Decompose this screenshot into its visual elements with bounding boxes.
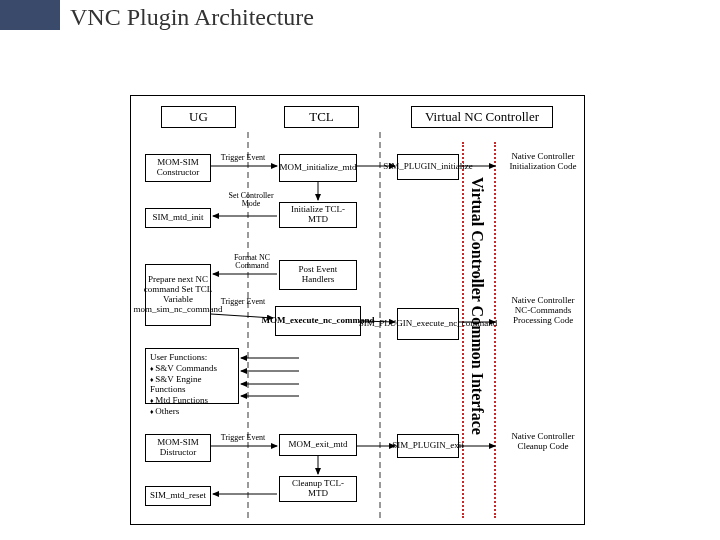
box-sim-plugin-initialize: SIM_PLUGIN_initialize [397, 154, 459, 180]
column-header-vnc: Virtual NC Controller [411, 106, 553, 128]
column-divider [247, 132, 249, 518]
user-fn-item: S&V Engine Functions [150, 374, 234, 396]
label-set-controller-mode: Set Controller Mode [221, 192, 281, 209]
note-init-code: Native Controller Initialization Code [507, 152, 579, 172]
box-user-functions: User Functions: S&V Commands S&V Engine … [145, 348, 239, 404]
interface-boundary-left [462, 142, 464, 518]
interface-boundary-right [494, 142, 496, 518]
vertical-interface-label: Virtual Controller Common Interface [468, 146, 486, 466]
note-proc-code: Native Controller NC-Commands Processing… [507, 296, 579, 326]
logo-square [32, 8, 40, 16]
box-mom-initialize-mtd: MOM_initialize_mtd [279, 154, 357, 182]
label-trigger-event: Trigger Event [215, 434, 271, 442]
user-fn-item: Mtd Functions [150, 395, 234, 406]
diagram-frame: UG TCL Virtual NC Controller Virtual Con… [130, 95, 585, 525]
header-bar: VNC Plugin Architecture [0, 0, 720, 42]
column-header-ug: UG [161, 106, 236, 128]
user-fn-item: S&V Commands [150, 363, 234, 374]
box-mom-exit-mtd: MOM_exit_mtd [279, 434, 357, 456]
logo-square [46, 8, 54, 16]
box-mom-execute-nc: MOM_execute_nc_command [275, 306, 361, 336]
box-sim-plugin-exit: SIM_PLUGIN_exit [397, 434, 459, 458]
box-sim-plugin-execute: SIM_PLUGIN_execute_nc_command [397, 308, 459, 340]
column-header-tcl: TCL [284, 106, 359, 128]
box-sim-mtd-reset: SIM_mtd_reset [145, 486, 211, 506]
box-post-event-handlers: Post Event Handlers [279, 260, 357, 290]
label-trigger-event: Trigger Event [215, 298, 271, 306]
label-trigger-event: Trigger Event [215, 154, 271, 162]
user-fn-item: Others [150, 406, 234, 417]
box-sim-mtd-init: SIM_mtd_init [145, 208, 211, 228]
box-initialize-tcl-mtd: Initialize TCL-MTD [279, 202, 357, 228]
box-prepare-next: Prepare next NC command Set TCL Variable… [145, 264, 211, 326]
user-functions-title: User Functions: [150, 352, 234, 363]
page-title: VNC Plugin Architecture [70, 4, 314, 31]
box-cleanup-tcl-mtd: Cleanup TCL-MTD [279, 476, 357, 502]
box-mom-sim-distructor: MOM-SIM Distructor [145, 434, 211, 462]
box-mom-sim-constructor: MOM-SIM Constructor [145, 154, 211, 182]
label-format-nc-command: Format NC Command [227, 254, 277, 271]
note-cleanup-code: Native Controller Cleanup Code [507, 432, 579, 452]
